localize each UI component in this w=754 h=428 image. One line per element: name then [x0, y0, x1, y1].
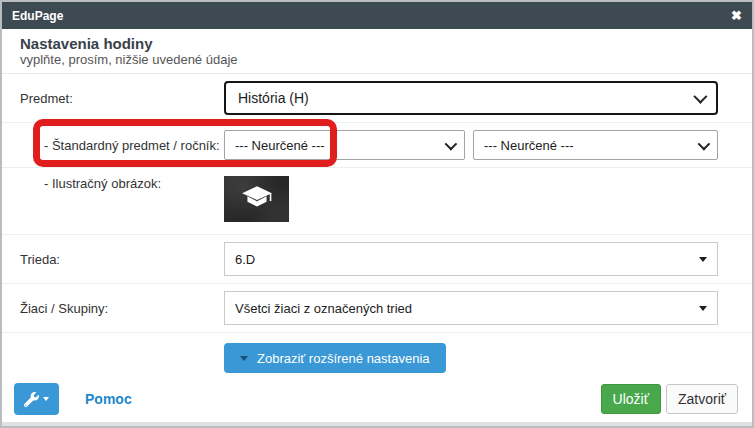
standard-subject-value: --- Neurčené ---	[235, 138, 325, 153]
class-label: Trieda:	[20, 252, 224, 267]
close-button[interactable]: Zatvoriť	[666, 384, 738, 414]
standard-grade-select[interactable]: --- Neurčené ---	[473, 130, 718, 160]
caret-down-icon	[699, 257, 707, 262]
lesson-settings-dialog: EduPage ✖ Nastavenia hodiny vyplňte, pro…	[0, 0, 754, 428]
students-label: Žiaci / Skupiny:	[20, 301, 224, 316]
help-link[interactable]: Pomoc	[85, 391, 132, 407]
close-icon[interactable]: ✖	[731, 9, 742, 22]
dialog-intro: Nastavenia hodiny vyplňte, prosím, nižši…	[2, 29, 752, 74]
chevron-down-icon	[445, 137, 458, 150]
row-subject: Predmet: História (H)	[2, 74, 752, 123]
advanced-settings-label: Zobraziť rozšírené nastavenia	[257, 351, 430, 366]
row-advanced-settings: Zobraziť rozšírené nastavenia	[2, 333, 752, 375]
chevron-down-icon	[698, 137, 711, 150]
row-illustration: - Ilustračný obrázok:	[2, 168, 752, 235]
subject-select-value: História (H)	[238, 90, 309, 106]
save-button[interactable]: Uložiť	[601, 384, 661, 414]
standard-subject-select[interactable]: --- Neurčené ---	[224, 130, 465, 160]
tools-menu-button[interactable]	[14, 383, 59, 415]
page-title: Nastavenia hodiny	[20, 35, 734, 52]
wrench-icon	[24, 392, 39, 407]
students-dropdown[interactable]: Všetci žiaci z označených tried	[224, 291, 718, 325]
dialog-titlebar[interactable]: EduPage ✖	[2, 2, 752, 29]
dialog-footer: Pomoc Uložiť Zatvoriť	[2, 375, 752, 425]
subject-label: Predmet:	[20, 91, 224, 106]
row-class: Trieda: 6.D	[2, 235, 752, 284]
standard-subject-label: - Štandardný predmet / ročník:	[44, 138, 224, 153]
students-dropdown-value: Všetci žiaci z označených tried	[235, 301, 412, 316]
caret-down-icon	[240, 356, 248, 361]
page-subtitle: vyplňte, prosím, nižšie uvedené údaje	[20, 52, 734, 67]
class-dropdown[interactable]: 6.D	[224, 242, 718, 276]
row-students: Žiaci / Skupiny: Všetci žiaci z označený…	[2, 284, 752, 333]
class-dropdown-value: 6.D	[235, 252, 255, 267]
graduation-cap-icon	[240, 184, 274, 214]
row-standard-subject: - Štandardný predmet / ročník: --- Neurč…	[2, 123, 752, 168]
show-advanced-settings-button[interactable]: Zobraziť rozšírené nastavenia	[224, 343, 446, 373]
illustration-label: - Ilustračný obrázok:	[44, 176, 224, 191]
caret-down-icon	[43, 397, 49, 401]
illustration-thumbnail[interactable]	[224, 176, 289, 222]
subject-select[interactable]: História (H)	[224, 81, 718, 115]
chevron-down-icon	[693, 90, 707, 104]
app-title: EduPage	[12, 9, 63, 23]
standard-grade-value: --- Neurčené ---	[484, 138, 574, 153]
caret-down-icon	[699, 306, 707, 311]
